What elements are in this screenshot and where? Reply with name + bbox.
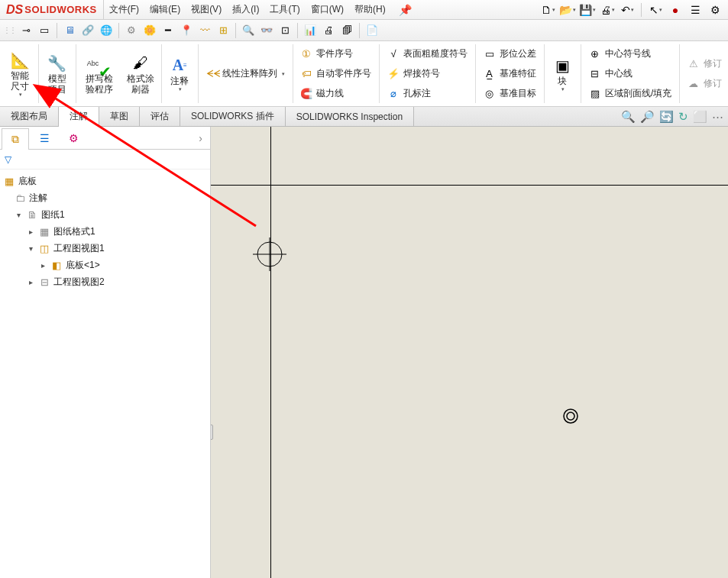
tree-view1[interactable]: ▾ ◫ 工程图视图1: [0, 240, 210, 257]
prev-view-icon[interactable]: 🔄: [659, 110, 674, 124]
tb2-btn-17[interactable]: 🗐: [339, 23, 354, 38]
new-button[interactable]: 🗋▾: [539, 2, 556, 18]
datum-feature-button[interactable]: A̲基准特征: [479, 65, 541, 83]
tree-sheet[interactable]: ▾ 🗎 图纸1: [0, 206, 210, 223]
pattern-icon: ᗕᗕ: [206, 68, 218, 80]
format-painter-button[interactable]: 🖌 格式涂刷器: [121, 41, 160, 106]
tree-view2[interactable]: ▸ ⊟ 工程图视图2: [0, 273, 210, 290]
main-menu: 文件(F) 编辑(E) 视图(V) 插入(I) 工具(T) 窗口(W) 帮助(H…: [104, 0, 419, 19]
tb2-btn-6[interactable]: ⚙: [124, 23, 139, 38]
centerline-button[interactable]: ⊟中心线: [584, 65, 676, 83]
collapse-icon[interactable]: ▾: [14, 211, 23, 219]
expand-panel-button[interactable]: ›: [191, 132, 210, 144]
redraw-icon[interactable]: ↻: [678, 110, 688, 124]
smart-dimension-button[interactable]: 📐 智能尺寸 ▾: [3, 41, 37, 106]
open-button[interactable]: 📂▾: [559, 2, 576, 18]
drawing-canvas[interactable]: [211, 127, 728, 578]
tree-root[interactable]: ▦ 底板: [0, 173, 210, 189]
tree-annotations[interactable]: 🗀 注解: [0, 189, 210, 206]
magnetic-line-button[interactable]: 🧲磁力线: [296, 85, 376, 103]
tb2-btn-4[interactable]: 🔗: [80, 23, 95, 38]
weld-symbol-button[interactable]: ⚡焊接符号: [383, 65, 472, 83]
tb2-btn-16[interactable]: 🖨: [321, 23, 336, 38]
command-tabbar: 视图布局 注解 草图 评估 SOLIDWORKS 插件 SOLIDWORKS I…: [0, 107, 728, 127]
feature-tree-tab[interactable]: ⧉: [2, 128, 29, 150]
ribbon-group-pattern: ᗕᗕ线性注释阵列▾: [200, 41, 291, 106]
tb2-btn-3[interactable]: 🖥: [62, 23, 77, 38]
tree-part-ref[interactable]: ▸ ◧ 底板<1>: [0, 257, 210, 273]
model-items-button[interactable]: 🔧 模型项目: [40, 41, 74, 106]
tab-view-layout[interactable]: 视图布局: [0, 107, 59, 126]
tb2-btn-9[interactable]: 📍: [179, 23, 194, 38]
expand-icon[interactable]: ▸: [38, 261, 47, 270]
expand-icon[interactable]: ▸: [26, 228, 35, 236]
weld-icon: ⚡: [387, 68, 400, 79]
property-tab[interactable]: ☰: [31, 128, 58, 149]
linear-note-pattern-button[interactable]: ᗕᗕ线性注释阵列▾: [202, 65, 290, 83]
menu-view[interactable]: 视图(V): [186, 0, 227, 19]
revision-symbol-button[interactable]: ⚠修订: [683, 55, 726, 73]
hole-callout-button[interactable]: ⌀孔标注: [383, 85, 472, 103]
auto-balloon-button[interactable]: 🏷自动零件序号: [296, 65, 376, 83]
geometric-tolerance-button[interactable]: ▭形位公差: [479, 45, 541, 63]
zoom-fit-icon[interactable]: 🔍: [621, 110, 636, 124]
note-button[interactable]: A≡ 注释 ▾: [163, 41, 196, 106]
tb2-btn-12[interactable]: 🔍: [241, 23, 256, 38]
tb2-btn-2[interactable]: ▭: [37, 23, 52, 38]
separator: [379, 44, 380, 103]
view-icon: ⊟: [38, 276, 50, 288]
ribbon-group-balloon: ①零件序号 🏷自动零件序号 🧲磁力线: [294, 41, 377, 106]
settings-button[interactable]: ⚙: [707, 2, 723, 18]
collapse-icon[interactable]: ▾: [26, 244, 35, 253]
display-style-icon[interactable]: ⬜: [693, 110, 707, 124]
tb2-btn-10[interactable]: 〰: [197, 23, 212, 38]
menu-edit[interactable]: 编辑(E): [144, 0, 186, 19]
menu-window[interactable]: 窗口(W): [306, 0, 349, 19]
select-button[interactable]: ↖▾: [647, 2, 664, 18]
tb2-btn-7[interactable]: 🌼: [142, 23, 157, 38]
tab-sketch[interactable]: 草图: [99, 107, 140, 126]
grip-icon[interactable]: ⋮⋮: [3, 26, 15, 34]
center-mark-button[interactable]: ⊕中心符号线: [584, 45, 676, 63]
filter-icon[interactable]: ▽: [5, 154, 11, 165]
tab-evaluate[interactable]: 评估: [140, 107, 180, 126]
print-button[interactable]: 🖨▾: [599, 2, 616, 18]
zoom-area-icon[interactable]: 🔎: [640, 110, 655, 124]
tb2-btn-11[interactable]: ⊞: [215, 23, 231, 38]
dimension-icon: 📐: [11, 50, 30, 70]
tb2-btn-14[interactable]: ⊡: [277, 23, 293, 38]
spell-check-button[interactable]: Abc✔ 拼写检验程序: [77, 41, 121, 106]
menu-help[interactable]: 帮助(H): [349, 0, 391, 19]
menu-file[interactable]: 文件(F): [104, 0, 144, 19]
tab-sw-inspection[interactable]: SOLIDWORKS Inspection: [286, 107, 414, 126]
tb2-btn-13[interactable]: 👓: [259, 23, 274, 38]
more-icon[interactable]: ⋯: [712, 110, 723, 124]
tab-sw-addins[interactable]: SOLIDWORKS 插件: [180, 107, 286, 126]
separator: [293, 44, 293, 103]
save-button[interactable]: 💾▾: [579, 2, 596, 18]
menu-insert[interactable]: 插入(I): [227, 0, 264, 19]
pin-icon[interactable]: 📌: [391, 4, 419, 16]
tb2-btn-15[interactable]: 📊: [303, 23, 318, 38]
menu-tools[interactable]: 工具(T): [264, 0, 305, 19]
tab-annotation[interactable]: 注解: [59, 107, 99, 127]
revision-cloud-button[interactable]: ☁修订: [683, 75, 726, 93]
options-button[interactable]: ☰: [687, 2, 704, 18]
expand-icon[interactable]: ▸: [26, 278, 35, 286]
tb2-btn-8[interactable]: ━: [160, 23, 176, 38]
datum-target-button[interactable]: ◎基准目标: [479, 85, 541, 103]
area-hatch-button[interactable]: ▨区域剖面线/填充: [584, 85, 676, 103]
rebuild-button[interactable]: ●: [667, 2, 684, 18]
block-button[interactable]: ▣ 块 ▾: [545, 41, 579, 106]
format-icon: ▦: [38, 226, 50, 237]
undo-button[interactable]: ↶▾: [619, 2, 636, 18]
config-tab[interactable]: ⚙: [60, 128, 87, 149]
balloon-button[interactable]: ①零件序号: [296, 45, 376, 63]
tb2-btn-1[interactable]: ⊸: [18, 23, 34, 38]
surface-finish-button[interactable]: √表面粗糙度符号: [383, 45, 472, 63]
tree-sheet-format[interactable]: ▸ ▦ 图纸格式1: [0, 223, 210, 240]
paint-icon: 🖌: [133, 53, 148, 73]
tb2-btn-18[interactable]: 📄: [364, 23, 380, 38]
tb2-btn-5[interactable]: 🌐: [99, 23, 114, 38]
panel-resize-handle[interactable]: [211, 425, 213, 440]
